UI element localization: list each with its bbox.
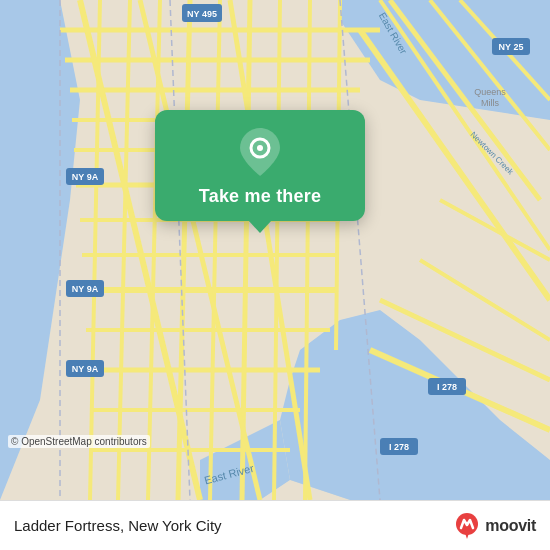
take-me-there-button[interactable]: Take me there bbox=[199, 186, 321, 207]
svg-text:NY 9A: NY 9A bbox=[72, 172, 99, 182]
navigation-popup[interactable]: Take me there bbox=[155, 110, 365, 221]
location-pin-icon bbox=[236, 128, 284, 176]
moovit-brand-text: moovit bbox=[485, 517, 536, 535]
svg-text:Mills: Mills bbox=[481, 98, 499, 108]
moovit-logo: moovit bbox=[453, 512, 536, 540]
svg-text:I 278: I 278 bbox=[437, 382, 457, 392]
map-background: NY 495 NY 9A NY 9A NY 9A NY 25 I 278 I 2… bbox=[0, 0, 550, 500]
svg-text:NY 9A: NY 9A bbox=[72, 364, 99, 374]
svg-marker-64 bbox=[465, 533, 469, 539]
svg-text:NY 9A: NY 9A bbox=[72, 284, 99, 294]
osm-attribution: © OpenStreetMap contributors bbox=[8, 435, 150, 448]
location-name: Ladder Fortress, New York City bbox=[14, 517, 222, 534]
svg-text:I 278: I 278 bbox=[389, 442, 409, 452]
svg-text:NY 25: NY 25 bbox=[499, 42, 524, 52]
svg-text:NY 495: NY 495 bbox=[187, 9, 217, 19]
svg-point-62 bbox=[257, 145, 263, 151]
moovit-icon bbox=[453, 512, 481, 540]
bottom-bar: Ladder Fortress, New York City moovit bbox=[0, 500, 550, 550]
map-container: NY 495 NY 9A NY 9A NY 9A NY 25 I 278 I 2… bbox=[0, 0, 550, 500]
svg-text:Queens: Queens bbox=[474, 87, 506, 97]
